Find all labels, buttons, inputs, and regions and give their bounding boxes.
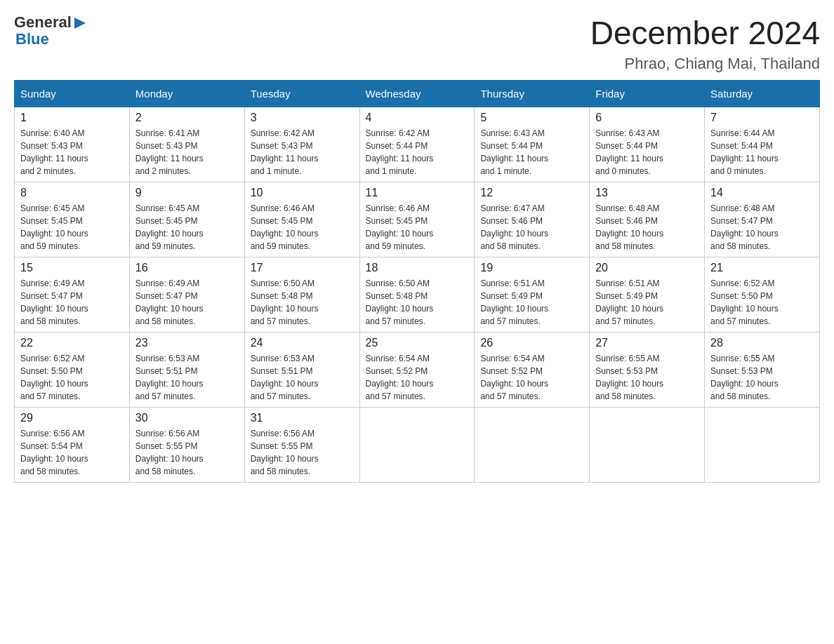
- day-number: 5: [480, 112, 583, 124]
- calendar-header: SundayMondayTuesdayWednesdayThursdayFrid…: [15, 81, 820, 107]
- calendar-week-3: 15 Sunrise: 6:49 AMSunset: 5:47 PMDaylig…: [15, 257, 820, 333]
- day-number: 11: [366, 187, 469, 199]
- day-number: 25: [366, 337, 469, 349]
- day-info: Sunrise: 6:56 AMSunset: 5:55 PMDaylight:…: [251, 427, 354, 478]
- day-info: Sunrise: 6:56 AMSunset: 5:54 PMDaylight:…: [20, 427, 124, 478]
- day-info: Sunrise: 6:45 AMSunset: 5:45 PMDaylight:…: [20, 202, 124, 253]
- logo-blue-text: Blue: [15, 31, 49, 48]
- day-number: 29: [20, 412, 124, 424]
- day-number: 6: [595, 112, 699, 124]
- day-number: 26: [480, 337, 583, 349]
- day-number: 30: [135, 412, 239, 424]
- day-number: 17: [251, 262, 354, 274]
- calendar-cell: 5 Sunrise: 6:43 AMSunset: 5:44 PMDayligh…: [475, 107, 590, 182]
- calendar-cell: 18 Sunrise: 6:50 AMSunset: 5:48 PMDaylig…: [359, 257, 475, 333]
- location-title: Phrao, Chiang Mai, Thailand: [590, 55, 820, 73]
- title-section: December 2024 Phrao, Chiang Mai, Thailan…: [590, 14, 820, 73]
- weekday-friday: Friday: [590, 81, 705, 107]
- calendar-cell: 26 Sunrise: 6:54 AMSunset: 5:52 PMDaylig…: [475, 333, 590, 408]
- calendar-cell: 3 Sunrise: 6:42 AMSunset: 5:43 PMDayligh…: [244, 107, 359, 182]
- logo-general-text: General: [14, 14, 72, 31]
- calendar-body: 1 Sunrise: 6:40 AMSunset: 5:43 PMDayligh…: [15, 107, 820, 483]
- calendar-week-1: 1 Sunrise: 6:40 AMSunset: 5:43 PMDayligh…: [15, 107, 820, 182]
- calendar-week-2: 8 Sunrise: 6:45 AMSunset: 5:45 PMDayligh…: [15, 182, 820, 257]
- calendar-cell: 20 Sunrise: 6:51 AMSunset: 5:49 PMDaylig…: [590, 257, 705, 333]
- day-number: 24: [251, 337, 354, 349]
- calendar-cell: 31 Sunrise: 6:56 AMSunset: 5:55 PMDaylig…: [244, 408, 359, 483]
- calendar-cell: 12 Sunrise: 6:47 AMSunset: 5:46 PMDaylig…: [475, 182, 590, 257]
- day-info: Sunrise: 6:50 AMSunset: 5:48 PMDaylight:…: [366, 277, 469, 328]
- calendar-cell: 30 Sunrise: 6:56 AMSunset: 5:55 PMDaylig…: [129, 408, 244, 483]
- calendar-cell: 21 Sunrise: 6:52 AMSunset: 5:50 PMDaylig…: [705, 257, 820, 333]
- day-number: 2: [135, 112, 239, 124]
- weekday-sunday: Sunday: [15, 81, 130, 107]
- day-number: 1: [20, 112, 124, 124]
- day-number: 23: [135, 337, 239, 349]
- day-number: 16: [135, 262, 239, 274]
- calendar-cell: 19 Sunrise: 6:51 AMSunset: 5:49 PMDaylig…: [475, 257, 590, 333]
- day-info: Sunrise: 6:51 AMSunset: 5:49 PMDaylight:…: [480, 277, 583, 328]
- calendar-cell: 24 Sunrise: 6:53 AMSunset: 5:51 PMDaylig…: [244, 333, 359, 408]
- calendar-cell: 4 Sunrise: 6:42 AMSunset: 5:44 PMDayligh…: [359, 107, 475, 182]
- day-number: 20: [595, 262, 699, 274]
- calendar-cell: 28 Sunrise: 6:55 AMSunset: 5:53 PMDaylig…: [705, 333, 820, 408]
- day-number: 31: [251, 412, 354, 424]
- day-number: 28: [710, 337, 814, 349]
- weekday-monday: Monday: [129, 81, 244, 107]
- day-number: 12: [480, 187, 583, 199]
- day-info: Sunrise: 6:42 AMSunset: 5:43 PMDaylight:…: [251, 127, 354, 177]
- calendar-cell: 11 Sunrise: 6:46 AMSunset: 5:45 PMDaylig…: [359, 182, 475, 257]
- day-info: Sunrise: 6:50 AMSunset: 5:48 PMDaylight:…: [251, 277, 354, 328]
- calendar-cell: 14 Sunrise: 6:48 AMSunset: 5:47 PMDaylig…: [705, 182, 820, 257]
- day-info: Sunrise: 6:49 AMSunset: 5:47 PMDaylight:…: [135, 277, 239, 328]
- day-info: Sunrise: 6:45 AMSunset: 5:45 PMDaylight:…: [135, 202, 239, 253]
- logo-arrow-icon: [73, 16, 87, 30]
- day-info: Sunrise: 6:51 AMSunset: 5:49 PMDaylight:…: [595, 277, 699, 328]
- calendar-week-4: 22 Sunrise: 6:52 AMSunset: 5:50 PMDaylig…: [15, 333, 820, 408]
- day-number: 9: [135, 187, 239, 199]
- day-info: Sunrise: 6:52 AMSunset: 5:50 PMDaylight:…: [20, 352, 124, 403]
- day-number: 15: [20, 262, 124, 274]
- weekday-tuesday: Tuesday: [244, 81, 359, 107]
- calendar-cell: 29 Sunrise: 6:56 AMSunset: 5:54 PMDaylig…: [15, 408, 130, 483]
- svg-marker-0: [74, 18, 86, 29]
- calendar-cell: 7 Sunrise: 6:44 AMSunset: 5:44 PMDayligh…: [705, 107, 820, 182]
- day-info: Sunrise: 6:53 AMSunset: 5:51 PMDaylight:…: [251, 352, 354, 403]
- month-title: December 2024: [590, 14, 820, 52]
- calendar-cell: 27 Sunrise: 6:55 AMSunset: 5:53 PMDaylig…: [590, 333, 705, 408]
- calendar-week-5: 29 Sunrise: 6:56 AMSunset: 5:54 PMDaylig…: [15, 408, 820, 483]
- day-info: Sunrise: 6:55 AMSunset: 5:53 PMDaylight:…: [710, 352, 814, 403]
- day-number: 19: [480, 262, 583, 274]
- calendar-cell: 16 Sunrise: 6:49 AMSunset: 5:47 PMDaylig…: [129, 257, 244, 333]
- day-number: 22: [20, 337, 124, 349]
- day-info: Sunrise: 6:54 AMSunset: 5:52 PMDaylight:…: [480, 352, 583, 403]
- day-info: Sunrise: 6:44 AMSunset: 5:44 PMDaylight:…: [710, 127, 814, 177]
- calendar-cell: 1 Sunrise: 6:40 AMSunset: 5:43 PMDayligh…: [15, 107, 130, 182]
- day-info: Sunrise: 6:56 AMSunset: 5:55 PMDaylight:…: [135, 427, 239, 478]
- weekday-header-row: SundayMondayTuesdayWednesdayThursdayFrid…: [15, 81, 820, 107]
- day-info: Sunrise: 6:46 AMSunset: 5:45 PMDaylight:…: [366, 202, 469, 253]
- calendar-cell: 6 Sunrise: 6:43 AMSunset: 5:44 PMDayligh…: [590, 107, 705, 182]
- calendar-cell: [590, 408, 705, 483]
- day-info: Sunrise: 6:40 AMSunset: 5:43 PMDaylight:…: [20, 127, 124, 177]
- logo: General Blue: [14, 14, 87, 48]
- calendar-cell: 13 Sunrise: 6:48 AMSunset: 5:46 PMDaylig…: [590, 182, 705, 257]
- calendar-cell: 10 Sunrise: 6:46 AMSunset: 5:45 PMDaylig…: [244, 182, 359, 257]
- page-header: General Blue December 2024 Phrao, Chiang…: [14, 14, 820, 73]
- day-info: Sunrise: 6:42 AMSunset: 5:44 PMDaylight:…: [366, 127, 469, 177]
- day-info: Sunrise: 6:43 AMSunset: 5:44 PMDaylight:…: [595, 127, 699, 177]
- day-number: 3: [251, 112, 354, 124]
- day-info: Sunrise: 6:41 AMSunset: 5:43 PMDaylight:…: [135, 127, 239, 177]
- day-info: Sunrise: 6:52 AMSunset: 5:50 PMDaylight:…: [710, 277, 814, 328]
- calendar-cell: 15 Sunrise: 6:49 AMSunset: 5:47 PMDaylig…: [15, 257, 130, 333]
- day-info: Sunrise: 6:54 AMSunset: 5:52 PMDaylight:…: [366, 352, 469, 403]
- day-number: 10: [251, 187, 354, 199]
- day-info: Sunrise: 6:47 AMSunset: 5:46 PMDaylight:…: [480, 202, 583, 253]
- day-number: 8: [20, 187, 124, 199]
- calendar-cell: 23 Sunrise: 6:53 AMSunset: 5:51 PMDaylig…: [129, 333, 244, 408]
- day-number: 4: [366, 112, 469, 124]
- weekday-saturday: Saturday: [705, 81, 820, 107]
- day-number: 27: [595, 337, 699, 349]
- day-number: 13: [595, 187, 699, 199]
- day-info: Sunrise: 6:55 AMSunset: 5:53 PMDaylight:…: [595, 352, 699, 403]
